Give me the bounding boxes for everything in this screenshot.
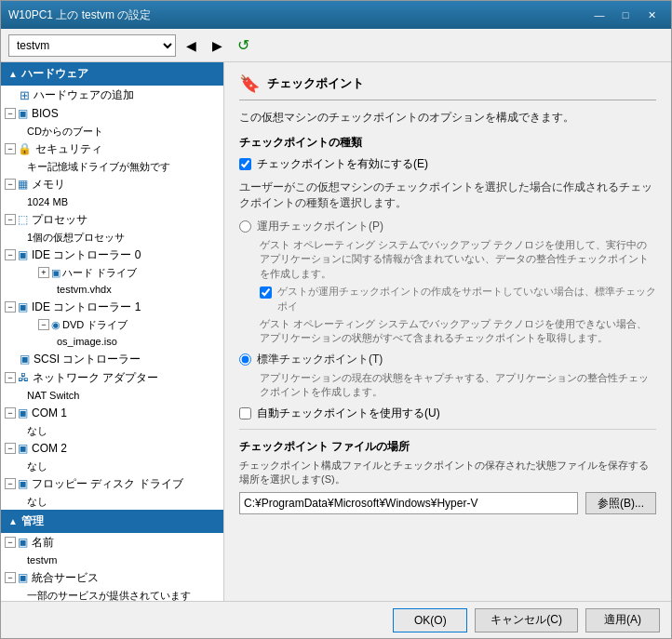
scsi-label: SCSI コントローラー xyxy=(34,352,141,367)
guest-fallback-text: ゲスト オペレーティング システムでバックアップ テクノロジを使用できない場合、… xyxy=(260,317,656,346)
path-input-row: 参照(B)... xyxy=(239,492,656,514)
ide1-expand-icon[interactable]: − xyxy=(5,301,16,313)
sidebar-item-memory-size[interactable]: 1024 MB xyxy=(1,193,223,210)
integration-icon: ▣ xyxy=(18,571,28,584)
sidebar-item-name[interactable]: − ▣ 名前 xyxy=(1,533,223,552)
memory-icon: ▦ xyxy=(18,178,28,191)
sidebar-item-processor[interactable]: − ⬚ プロセッサ xyxy=(1,210,223,229)
bios-expand-icon[interactable]: − xyxy=(5,108,16,119)
sidebar-item-bios[interactable]: − ▣ BIOS xyxy=(1,104,223,123)
left-panel: ▲ ハードウェア ⊞ ハードウェアの追加 − ▣ BIOS CDからのブート − xyxy=(1,62,224,601)
checkpoint-location-label: チェックポイント ファイルの場所 xyxy=(239,439,656,455)
floppy-expand-icon[interactable]: − xyxy=(5,478,16,489)
enable-checkbox-label[interactable]: チェックポイントを有効にする(E) xyxy=(257,156,428,172)
sidebar-item-ide1[interactable]: − ▣ IDE コントローラー 1 xyxy=(1,298,223,316)
sidebar-item-processor-count[interactable]: 1個の仮想プロセッサ xyxy=(1,229,223,246)
auto-checkbox-label[interactable]: 自動チェックポイントを使用する(U) xyxy=(257,406,440,421)
maximize-button[interactable]: □ xyxy=(613,7,638,23)
sidebar-item-harddrive-file[interactable]: testvm.vhdx xyxy=(1,281,223,298)
sidebar-item-add-hardware[interactable]: ⊞ ハードウェアの追加 xyxy=(1,86,223,104)
floppy-value-label: なし xyxy=(27,495,47,509)
memory-size-label: 1024 MB xyxy=(27,196,68,207)
network-icon: 🖧 xyxy=(18,371,29,384)
vm-dropdown[interactable]: testvm xyxy=(8,34,176,57)
security-expand-icon[interactable]: − xyxy=(5,143,16,154)
enable-checkbox[interactable] xyxy=(239,158,251,170)
sidebar-item-bios-boot[interactable]: CDからのブート xyxy=(1,123,223,140)
toolbar: testvm ◀ ▶ ↺ xyxy=(1,29,671,62)
sidebar-item-dvd-file[interactable]: os_image.iso xyxy=(1,333,223,350)
bios-boot-label: CDからのブート xyxy=(27,125,103,139)
harddrive-expand-icon[interactable]: + xyxy=(38,267,49,278)
floppy-icon: ▣ xyxy=(18,477,28,490)
com2-expand-icon[interactable]: − xyxy=(5,443,16,454)
ide0-expand-icon[interactable]: − xyxy=(5,249,16,260)
panel-description: この仮想マシンのチェックポイントのオプションを構成できます。 xyxy=(239,110,656,126)
name-expand-icon[interactable]: − xyxy=(5,537,16,548)
sidebar-item-com1-value[interactable]: なし xyxy=(1,422,223,439)
title-bar: W10PC1 上の testvm の設定 — □ ✕ xyxy=(1,1,671,29)
content-area: ▲ ハードウェア ⊞ ハードウェアの追加 − ▣ BIOS CDからのブート − xyxy=(1,62,671,601)
hardware-section-header[interactable]: ▲ ハードウェア xyxy=(1,62,223,86)
sidebar-item-network[interactable]: − 🖧 ネットワーク アダプター xyxy=(1,368,223,387)
apply-button[interactable]: 適用(A) xyxy=(585,608,660,632)
dvd-expand-icon[interactable]: − xyxy=(38,319,49,330)
radio-production[interactable] xyxy=(239,220,251,233)
management-header-label: 管理 xyxy=(21,513,44,529)
sidebar-item-com1[interactable]: − ▣ COM 1 xyxy=(1,404,223,422)
sidebar-item-security[interactable]: − 🔒 セキュリティ xyxy=(1,140,223,158)
sidebar-item-network-switch[interactable]: NAT Switch xyxy=(1,387,223,404)
sidebar-item-floppy-value[interactable]: なし xyxy=(1,493,223,510)
memory-expand-icon[interactable]: − xyxy=(5,179,16,190)
integration-label: 統合サービス xyxy=(32,570,99,586)
refresh-button[interactable]: ↺ xyxy=(232,34,254,57)
sidebar-item-memory[interactable]: − ▦ メモリ xyxy=(1,175,223,193)
sidebar-item-com2[interactable]: − ▣ COM 2 xyxy=(1,439,223,458)
dvd-icon: ◉ xyxy=(51,319,60,331)
sidebar-item-ide0[interactable]: − ▣ IDE コントローラー 0 xyxy=(1,246,223,264)
sidebar-item-com2-value[interactable]: なし xyxy=(1,458,223,474)
sidebar-item-dvd[interactable]: − ◉ DVD ドライブ xyxy=(1,316,223,333)
forward-button[interactable]: ▶ xyxy=(206,34,228,57)
user-notice-text: ユーザーがこの仮想マシンのチェックポイントを選択した場合に作成されるチェックポイ… xyxy=(239,180,656,211)
processor-expand-icon[interactable]: − xyxy=(5,214,16,225)
management-section-header[interactable]: ▲ 管理 xyxy=(1,510,223,533)
back-button[interactable]: ◀ xyxy=(180,34,202,57)
sidebar-item-harddrive[interactable]: + ▣ ハード ドライブ xyxy=(1,264,223,281)
browse-button[interactable]: 参照(B)... xyxy=(585,492,656,514)
auto-checkbox-row: 自動チェックポイントを使用する(U) xyxy=(239,406,656,421)
floppy-label: フロッピー ディスク ドライブ xyxy=(32,476,183,492)
radio-standard[interactable] xyxy=(239,353,251,366)
guest-support-checkbox[interactable] xyxy=(260,286,272,299)
com1-expand-icon[interactable]: − xyxy=(5,407,16,419)
guest-support-checkbox-label[interactable]: ゲストが運用チェックポイントの作成をサポートしていない場合は、標準チェックポイ xyxy=(277,285,656,313)
harddrive-icon: ▣ xyxy=(51,267,60,279)
network-expand-icon[interactable]: − xyxy=(5,372,16,383)
close-button[interactable]: ✕ xyxy=(639,7,664,23)
processor-icon: ⬚ xyxy=(18,213,28,226)
sidebar-item-vmname[interactable]: testvm xyxy=(1,552,223,568)
ide0-label: IDE コントローラー 0 xyxy=(32,247,141,263)
add-hardware-label: ハードウェアの追加 xyxy=(34,87,134,103)
sidebar-item-security-key[interactable]: キー記憶域ドライブが無効です xyxy=(1,158,223,175)
sidebar-item-integration-status[interactable]: 一部のサービスが提供されています xyxy=(1,587,223,601)
integration-status-label: 一部のサービスが提供されています xyxy=(27,589,191,602)
cancel-button[interactable]: キャンセル(C) xyxy=(475,608,578,632)
integration-expand-icon[interactable]: − xyxy=(5,572,16,583)
auto-checkbox[interactable] xyxy=(239,407,251,419)
guest-support-checkbox-row: ゲストが運用チェックポイントの作成をサポートしていない場合は、標準チェックポイ xyxy=(260,285,656,313)
enable-checkbox-row: チェックポイントを有効にする(E) xyxy=(239,156,656,172)
path-input[interactable] xyxy=(239,492,578,514)
sidebar-item-scsi[interactable]: ▣ SCSI コントローラー xyxy=(1,350,223,368)
sidebar-item-integration[interactable]: − ▣ 統合サービス xyxy=(1,568,223,587)
security-icon: 🔒 xyxy=(18,142,32,155)
divider xyxy=(239,429,656,430)
panel-title-row: 🔖 チェックポイント xyxy=(239,73,656,100)
radio-standard-label[interactable]: 標準チェックポイント(T) xyxy=(257,352,383,367)
radio-production-label[interactable]: 運用チェックポイント(P) xyxy=(257,219,383,234)
ok-button[interactable]: OK(O) xyxy=(393,608,467,632)
com2-icon: ▣ xyxy=(18,442,28,455)
minimize-button[interactable]: — xyxy=(587,7,612,23)
security-key-label: キー記憶域ドライブが無効です xyxy=(27,160,170,174)
sidebar-item-floppy[interactable]: − ▣ フロッピー ディスク ドライブ xyxy=(1,474,223,493)
